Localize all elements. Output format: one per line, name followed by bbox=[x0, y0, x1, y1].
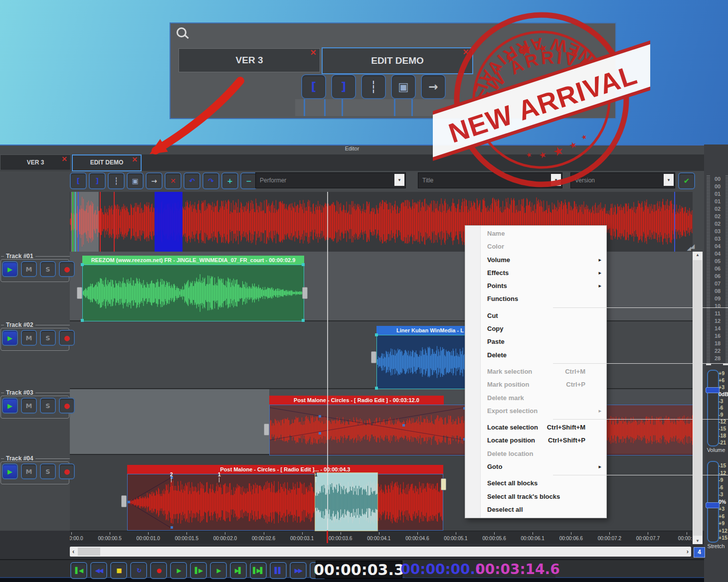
clip-right-handle[interactable] bbox=[302, 287, 308, 299]
track-play-button[interactable]: ▶ bbox=[2, 330, 18, 346]
menu-item[interactable]: Export selection ▸ bbox=[465, 405, 606, 418]
menu-item[interactable] bbox=[553, 307, 728, 308]
menu-item[interactable]: Copy bbox=[465, 322, 606, 335]
clip-circles-intro[interactable]: Post Malone - Circles - [ Radio Edit ]..… bbox=[127, 465, 443, 531]
move-icon[interactable]: → bbox=[146, 172, 163, 189]
horizontal-scrollbar[interactable]: ‹ › bbox=[70, 547, 691, 557]
track-solo-button[interactable]: S bbox=[40, 330, 56, 346]
menu-item[interactable]: Delete bbox=[465, 349, 606, 362]
close-icon[interactable]: ✕ bbox=[61, 155, 67, 162]
menu-item[interactable]: Name bbox=[465, 227, 606, 240]
menu-item[interactable]: Deselect all bbox=[465, 503, 606, 516]
track-mute-button[interactable]: M bbox=[21, 398, 37, 414]
clip-body[interactable] bbox=[82, 265, 304, 321]
go-to-start-button[interactable]: ▌◀ bbox=[70, 562, 87, 579]
redo-icon[interactable]: ↷ bbox=[202, 172, 219, 189]
track-mute-button[interactable]: M bbox=[21, 330, 37, 346]
menu-item[interactable]: Mark selection Ctrl+M bbox=[465, 365, 606, 378]
tab-ver3[interactable]: VER 3 ✕ bbox=[0, 154, 71, 170]
track-mute-button[interactable]: M bbox=[21, 463, 37, 479]
menu-item[interactable]: Select all blocks bbox=[465, 477, 606, 490]
play-intro-button[interactable]: ▌▶ bbox=[190, 562, 207, 579]
zoom-in-icon[interactable]: + bbox=[221, 172, 238, 189]
meter-min-indicator[interactable] bbox=[706, 364, 711, 365]
clip-right-handle[interactable] bbox=[441, 478, 446, 490]
clip-left-handle[interactable] bbox=[77, 287, 82, 299]
menu-item[interactable]: Paste bbox=[465, 335, 606, 348]
vertical-scrollbar[interactable]: ▲ ▼ bbox=[693, 252, 703, 544]
ruler-playhead[interactable] bbox=[327, 531, 328, 543]
chevron-down-icon[interactable]: ▾ bbox=[664, 174, 674, 186]
menu-item[interactable]: Locate position Ctrl+Shift+P bbox=[465, 434, 606, 447]
mark-out-icon[interactable]: ] bbox=[331, 74, 356, 99]
play-block-button[interactable]: ▌▶▌ bbox=[250, 562, 267, 579]
timeline-ruler[interactable]: 00:00:00.000:00:00.500:00:01.000:00:01.5… bbox=[70, 531, 692, 544]
zoom-out-icon[interactable]: − bbox=[240, 172, 257, 189]
undo-icon[interactable]: ↶ bbox=[183, 172, 200, 189]
copy-icon[interactable]: ▣ bbox=[391, 74, 416, 99]
selected-audio-region[interactable] bbox=[315, 472, 378, 531]
menu-item[interactable]: Cut bbox=[465, 309, 606, 322]
play-selection-button[interactable]: ▶ bbox=[210, 562, 227, 579]
pause-button[interactable]: ▌▌ bbox=[270, 562, 287, 579]
menu-item[interactable]: Points ▸ bbox=[465, 280, 606, 292]
menu-item[interactable]: Delete location bbox=[465, 447, 606, 460]
mark-in-icon[interactable]: [ bbox=[70, 172, 87, 189]
scroll-right-icon[interactable]: › bbox=[687, 547, 689, 557]
track-mute-button[interactable]: M bbox=[21, 261, 37, 277]
delete-icon[interactable]: ✕ bbox=[165, 172, 182, 189]
clip-left-handle[interactable] bbox=[121, 495, 127, 507]
clip-left-handle[interactable] bbox=[371, 351, 376, 363]
fast-forward-button[interactable]: ▶▶ bbox=[290, 562, 307, 579]
menu-item[interactable]: Volume ▸ bbox=[465, 254, 606, 267]
marker-flag[interactable]: 1 bbox=[218, 472, 221, 477]
menu-item[interactable] bbox=[553, 475, 728, 475]
apply-button[interactable]: ✔ bbox=[678, 172, 695, 189]
menu-item[interactable]: Mark position Ctrl+P bbox=[465, 378, 606, 391]
chevron-down-icon[interactable]: ▾ bbox=[394, 174, 404, 186]
scrollbar-thumb[interactable] bbox=[693, 260, 702, 536]
menu-item[interactable]: Goto ▸ bbox=[465, 460, 606, 473]
play-button[interactable]: ▶ bbox=[170, 562, 187, 579]
clip-title-bar[interactable]: Post Malone - Circles - [ Radio Edit ] -… bbox=[269, 396, 444, 405]
clip-left-handle[interactable] bbox=[264, 424, 269, 436]
track-record-button[interactable]: ● bbox=[59, 261, 75, 277]
menu-item[interactable]: Locate selection Ctrl+Shift+M bbox=[465, 421, 606, 434]
loop-block[interactable] bbox=[155, 192, 182, 252]
marker-flag[interactable]: 2 bbox=[170, 472, 173, 477]
track-play-button[interactable]: ▶ bbox=[2, 463, 18, 479]
close-icon[interactable]: ✕ bbox=[310, 49, 317, 56]
mark-in-icon[interactable]: [ bbox=[301, 74, 326, 99]
copy-icon[interactable]: ▣ bbox=[127, 172, 144, 189]
selection-handle[interactable] bbox=[375, 333, 378, 336]
performer-dropdown[interactable]: Performer ▾ bbox=[255, 172, 406, 188]
menu-item[interactable]: Functions bbox=[465, 292, 606, 305]
track-solo-button[interactable]: S bbox=[40, 463, 56, 479]
menu-item[interactable]: Effects ▸ bbox=[465, 267, 606, 280]
selection-handle[interactable] bbox=[81, 263, 84, 266]
meter-min-indicator[interactable] bbox=[723, 364, 728, 365]
menu-item[interactable] bbox=[553, 419, 728, 420]
scrollbar-thumb[interactable] bbox=[78, 548, 100, 556]
rewind-button[interactable]: ◀◀ bbox=[90, 562, 107, 579]
stretch-fader-thumb[interactable] bbox=[706, 502, 720, 508]
stop-button[interactable]: ■ bbox=[110, 562, 127, 579]
volume-fader-track[interactable] bbox=[707, 370, 719, 446]
stretch-fader-track[interactable] bbox=[707, 461, 719, 543]
clip-title-bar[interactable]: REEZOM (www.reezom.net) FR - JINGLE_WINM… bbox=[82, 256, 304, 265]
selection-handle[interactable] bbox=[81, 319, 84, 322]
split-icon[interactable]: ┆ bbox=[361, 74, 386, 99]
scroll-up-icon[interactable]: ▲ bbox=[693, 253, 703, 257]
play-outro-button[interactable]: ▶▌ bbox=[230, 562, 247, 579]
clip-jingle[interactable]: REEZOM (www.reezom.net) FR - JINGLE_WINM… bbox=[82, 256, 304, 321]
track-play-button[interactable]: ▶ bbox=[2, 398, 18, 414]
track-record-button[interactable]: ● bbox=[59, 463, 75, 479]
menu-item[interactable]: Delete mark bbox=[465, 392, 606, 405]
selection-handle[interactable] bbox=[375, 387, 378, 390]
mark-out-icon[interactable]: ] bbox=[89, 172, 106, 189]
volume-fader-thumb[interactable] bbox=[706, 387, 720, 393]
selection-handle[interactable] bbox=[302, 263, 305, 266]
marker-flag[interactable]: 1 bbox=[315, 472, 318, 477]
track-record-button[interactable]: ● bbox=[59, 398, 75, 414]
resize-grip[interactable]: ◢ bbox=[690, 243, 695, 250]
